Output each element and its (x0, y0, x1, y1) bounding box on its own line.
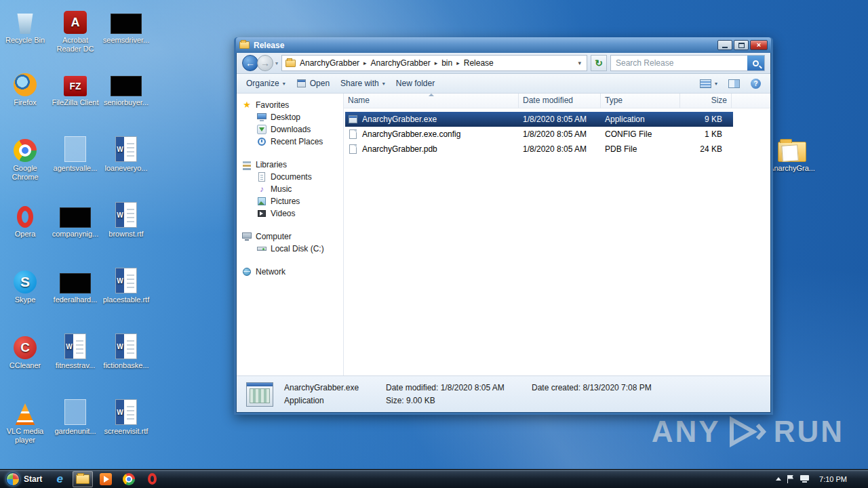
window-titlebar[interactable]: Release × (236, 37, 771, 53)
desktop-icon-google-chrome[interactable]: Google Chrome (1, 134, 50, 182)
desktop-icon-recycle-bin[interactable]: Recycle Bin (1, 5, 50, 45)
music-note-icon: ♪ (257, 184, 267, 194)
desktop-icon-loaneveryo[interactable]: loaneveryo... (102, 134, 151, 173)
action-center-flag-icon[interactable] (787, 475, 794, 483)
nav-item-videos[interactable]: Videos (242, 207, 343, 220)
recent-places-clock-icon (257, 137, 267, 146)
desktop-icon-filezilla[interactable]: FZ FileZilla Client (51, 68, 100, 107)
crumb-separator-icon[interactable]: ▸ (456, 60, 460, 66)
minimize-button[interactable] (717, 40, 732, 50)
nav-item-desktop[interactable]: Desktop (242, 111, 343, 123)
maximize-button[interactable] (734, 40, 749, 50)
magnifier-icon (753, 60, 759, 66)
nav-group-favorites[interactable]: ★ Favorites (242, 99, 343, 111)
nav-item-music[interactable]: ♪ Music (242, 183, 343, 195)
taskbar-media-player-button[interactable] (96, 471, 116, 487)
nav-item-label: Recent Places (271, 137, 323, 146)
address-bar: ← → ▾ AnarchyGrabber ▸ AnarchyGrabber ▸ … (237, 53, 770, 74)
breadcrumb-item-anarchygrabber-2[interactable]: AnarchyGrabber (369, 57, 433, 69)
share-with-menu[interactable]: Share with ▾ (335, 76, 391, 91)
desktop-icon-companynig[interactable]: companynig... (51, 199, 100, 239)
desktop-icon-ccleaner[interactable]: C CCleaner (1, 331, 50, 370)
nav-history-dropdown-icon[interactable]: ▾ (275, 60, 278, 66)
column-headers: Name Date modified Type Size (344, 94, 770, 108)
desktop-icon-skype[interactable]: S Skype (1, 265, 50, 304)
desktop-icon-gardenunit[interactable]: gardenunit... (51, 396, 100, 436)
file-row-anarchygrabber-exe-config[interactable]: AnarchyGrabber.exe.config 1/8/2020 8:05 … (345, 127, 733, 142)
search-button[interactable] (747, 56, 764, 70)
filezilla-icon: FZ (64, 76, 87, 96)
column-header-date-modified[interactable]: Date modified (519, 94, 601, 108)
nav-group-network[interactable]: Network (242, 266, 343, 278)
taskbar-explorer-button[interactable] (73, 471, 93, 487)
opera-icon (148, 473, 157, 485)
search-input[interactable] (611, 58, 747, 68)
help-button[interactable] (745, 76, 766, 92)
desktop-icon-label: fictionbaske... (102, 361, 151, 370)
explorer-folder-icon (76, 474, 90, 484)
network-status-icon[interactable] (800, 475, 809, 483)
taskbar-opera-button[interactable] (142, 471, 162, 487)
new-folder-button[interactable]: New folder (391, 76, 440, 91)
forward-button[interactable]: → (257, 55, 273, 71)
column-header-size[interactable]: Size (680, 94, 732, 108)
nav-item-documents[interactable]: Documents (242, 171, 343, 183)
breadcrumb[interactable]: AnarchyGrabber ▸ AnarchyGrabber ▸ bin ▸ … (281, 55, 587, 71)
window-title: Release (254, 41, 717, 50)
column-header-type[interactable]: Type (601, 94, 680, 108)
desktop-icon-seniorbuyer[interactable]: seniorbuyer... (102, 68, 151, 107)
nav-item-pictures[interactable]: Pictures (242, 195, 343, 207)
nav-item-downloads[interactable]: Downloads (242, 123, 343, 136)
preview-pane-button[interactable] (723, 77, 745, 91)
file-row-anarchygrabber-pdb[interactable]: AnarchyGrabber.pdb 1/8/2020 8:05 AM PDB … (345, 142, 733, 157)
desktop-icon-anarchygrabber-folder[interactable]: AnarchyGra... (768, 134, 816, 173)
desktop-icon-opera[interactable]: Opera (1, 199, 50, 239)
change-view-button[interactable]: ▾ (694, 77, 723, 91)
new-folder-label: New folder (396, 79, 435, 88)
desktop-icon-federalhard[interactable]: federalhard... (51, 265, 100, 304)
desktop-icon-seemsdriver[interactable]: seemsdriver... (102, 5, 151, 45)
breadcrumb-item-release[interactable]: Release (462, 57, 496, 69)
desktop-icon-agentsvalle[interactable]: agentsvalle... (51, 134, 100, 173)
sort-ascending-icon (429, 94, 434, 96)
downloads-icon (257, 125, 267, 134)
refresh-button[interactable]: ↻ (591, 55, 607, 71)
application-icon (296, 79, 307, 88)
nav-group-libraries[interactable]: Libraries (242, 159, 343, 171)
desktop-icon-fictionbaske[interactable]: fictionbaske... (102, 331, 151, 370)
breadcrumb-item-bin[interactable]: bin (439, 57, 454, 69)
chevron-down-icon: ▾ (283, 81, 285, 87)
tray-expand-icon[interactable] (776, 477, 781, 481)
file-size: 1 KB (680, 129, 728, 139)
desktop-icon-screenvisit[interactable]: screenvisit.rtf (102, 396, 151, 436)
open-button[interactable]: Open (291, 76, 335, 91)
desktop-icon-placestable[interactable]: placestable.rtf (102, 265, 151, 304)
organize-menu[interactable]: Organize ▾ (241, 76, 291, 91)
desktop-icon-acrobat[interactable]: A Acrobat Reader DC (51, 5, 100, 54)
nav-item-recent-places[interactable]: Recent Places (242, 136, 343, 148)
desktop-icon-firefox[interactable]: Firefox (1, 68, 50, 107)
taskbar-chrome-button[interactable] (119, 471, 139, 487)
desktop-icon-brownst[interactable]: brownst.rtf (102, 199, 151, 239)
address-dropdown-icon[interactable]: ▾ (576, 60, 583, 66)
back-button[interactable]: ← (242, 55, 258, 71)
file-row-anarchygrabber-exe[interactable]: AnarchyGrabber.exe 1/8/2020 8:05 AM Appl… (345, 112, 733, 127)
taskbar-clock[interactable]: 7:10 PM (815, 475, 851, 483)
desktop-icon-vlc[interactable]: VLC media player (1, 396, 50, 445)
desktop-monitor-icon (257, 113, 267, 122)
desktop-icon-fitnesstrav[interactable]: fitnesstrav... (51, 331, 100, 370)
start-button[interactable]: Start (0, 470, 48, 488)
desktop-icon-label: Google Chrome (1, 164, 50, 182)
ccleaner-icon: C (14, 336, 37, 359)
recycle-bin-icon (16, 14, 34, 34)
nav-group-computer[interactable]: Computer (242, 230, 343, 243)
taskbar-ie-button[interactable]: e (50, 471, 70, 487)
desktop-icon-label: seniorbuyer... (102, 98, 151, 107)
crumb-separator-icon[interactable]: ▸ (363, 60, 367, 66)
close-button[interactable]: × (750, 40, 768, 50)
column-header-name[interactable]: Name (344, 94, 519, 108)
desktop-icon-label: fitnesstrav... (51, 361, 100, 370)
breadcrumb-item-anarchygrabber[interactable]: AnarchyGrabber (298, 57, 361, 69)
nav-item-local-disk-c[interactable]: Local Disk (C:) (242, 243, 343, 255)
crumb-separator-icon[interactable]: ▸ (435, 60, 438, 66)
